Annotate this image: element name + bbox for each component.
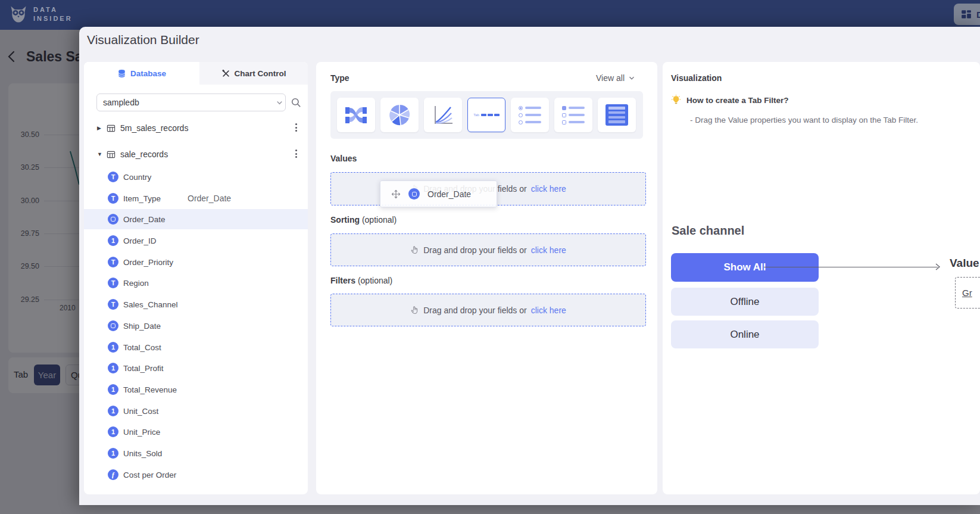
dragging-field-card[interactable]: Order_Date	[380, 180, 497, 207]
field-name: Total_Cost	[123, 343, 161, 352]
drop-hint-link[interactable]: click here	[531, 184, 566, 194]
number-type-icon: 1	[108, 426, 118, 437]
sorting-dropzone[interactable]: Drag and drop your fields or click here	[330, 233, 646, 266]
chart-type-pie[interactable]	[380, 98, 419, 132]
field-row-total-revenue[interactable]: 1Total_Revenue	[84, 379, 308, 400]
tab-chart-control[interactable]: Chart Control	[199, 62, 308, 85]
visualization-panel: Visualization How to create a Tab Filter…	[663, 62, 980, 494]
annotation-group-label[interactable]: Gr	[962, 288, 972, 298]
table-chart-icon	[606, 104, 628, 126]
kebab-menu-icon[interactable]	[295, 123, 297, 132]
drop-hint-link[interactable]: click here	[531, 245, 566, 255]
preview-title: Sale channel	[672, 224, 744, 238]
table-icon	[107, 150, 116, 159]
field-row-order-priority[interactable]: TOrder_Priority	[84, 252, 308, 272]
table-row-sale-records[interactable]: ▼ sale_records	[84, 144, 308, 164]
number-type-icon: 1	[108, 342, 118, 353]
database-panel: Database Chart Control ▶ 5m_sales_record…	[84, 62, 308, 494]
drop-hint: Drag and drop your fields or click here	[410, 306, 566, 315]
number-type-icon: 1	[108, 448, 118, 459]
hand-drag-icon	[410, 306, 419, 315]
field-row-sales-channel[interactable]: TSales_Channel	[84, 294, 308, 314]
kebab-menu-icon[interactable]	[295, 149, 297, 158]
field-row-total-cost[interactable]: 1Total_Cost	[84, 337, 308, 357]
field-row-country[interactable]: TCountry	[84, 167, 308, 187]
field-row-order-date[interactable]: Order_Date	[84, 209, 308, 229]
database-select-input[interactable]	[96, 94, 286, 111]
tab-chart-control-label: Chart Control	[235, 69, 286, 78]
chart-type-line[interactable]	[424, 98, 462, 132]
field-row-order-id[interactable]: 1Order_ID	[84, 230, 308, 251]
text-type-icon: T	[108, 193, 118, 204]
table-icon	[107, 124, 116, 133]
top-navbar: DATA INSIDER D	[0, 0, 980, 30]
field-row-ship-date[interactable]: Ship_Date	[84, 316, 308, 336]
chart-type-sankey[interactable]	[337, 98, 375, 132]
move-icon	[391, 189, 401, 199]
owl-logo-icon	[8, 4, 29, 26]
chevron-down-icon	[628, 74, 635, 82]
field-name: Sales_Channel	[123, 300, 178, 309]
table-name: 5m_sales_records	[120, 123, 188, 133]
sorting-section-label: Sorting (optional)	[330, 215, 397, 225]
number-type-icon: 1	[108, 406, 118, 416]
drop-hint: Drag and drop your fields or click here	[410, 245, 566, 255]
preview-button-offline[interactable]: Offline	[671, 288, 819, 316]
chart-type-tab-filter[interactable]: Tab	[467, 98, 505, 132]
drop-hint-text: Drag and drop your fields or	[423, 245, 527, 255]
chart-type-table[interactable]	[598, 98, 636, 132]
view-all-dropdown[interactable]: View all	[596, 73, 635, 83]
text-type-icon: T	[108, 278, 118, 288]
field-row-unit-price[interactable]: 1Unit_Price	[84, 422, 308, 442]
dashboard-icon	[961, 9, 972, 20]
preview-button-online[interactable]: Online	[671, 320, 819, 348]
brand-name: DATA INSIDER	[33, 5, 73, 23]
view-all-label: View all	[596, 73, 625, 83]
field-name: Country	[123, 173, 151, 182]
visualization-title: Visualization	[671, 73, 722, 83]
filters-dropzone[interactable]: Drag and drop your fields or click here	[330, 294, 646, 326]
tab-database-label: Database	[130, 69, 166, 78]
field-name: Units_Sold	[123, 449, 162, 458]
chart-type-checkbox-list[interactable]	[554, 98, 592, 132]
tip-body: - Drag the Value properties you want to …	[690, 116, 918, 124]
chart-type-radio-list[interactable]	[511, 98, 549, 132]
field-row-cost-per-order[interactable]: ƒCost per Order	[84, 465, 308, 485]
lightbulb-icon	[671, 95, 681, 105]
field-row-total-profit[interactable]: 1Total_Profit	[84, 358, 308, 378]
drag-source-ghost-label: Order_Date	[188, 194, 231, 203]
field-name: Item_Type	[123, 194, 161, 203]
text-type-icon: T	[108, 172, 118, 182]
caret-down-icon[interactable]: ▼	[97, 151, 103, 157]
number-type-icon: 1	[108, 384, 118, 395]
table-row-5m-sales-records[interactable]: ▶ 5m_sales_records	[84, 118, 308, 138]
field-name: Unit_Price	[123, 428, 160, 437]
field-row-region[interactable]: TRegion	[84, 273, 308, 293]
chart-config-panel: Type View all	[316, 62, 657, 494]
field-name: Cost per Order	[123, 471, 176, 479]
dragging-field-name: Order_Date	[427, 189, 471, 199]
type-section-label: Type	[330, 73, 349, 83]
chevron-down-icon[interactable]	[276, 99, 283, 107]
tab-filter-icon: Tab	[473, 113, 500, 117]
visualization-builder-modal: Visualization Builder Database Chart Con…	[79, 27, 980, 505]
radio-list-icon	[519, 106, 541, 124]
field-name: Order_Priority	[123, 258, 173, 267]
number-type-icon: 1	[108, 363, 118, 373]
date-type-icon	[408, 188, 420, 200]
field-row-unit-cost[interactable]: 1Unit_Cost	[84, 401, 308, 421]
field-name: Order_ID	[123, 236, 157, 245]
dashboard-button[interactable]: D	[954, 4, 980, 25]
annotation-value-label: Value	[950, 257, 979, 270]
tab-database[interactable]: Database	[84, 62, 199, 85]
table-name: sale_records	[120, 149, 168, 159]
drop-hint-link[interactable]: click here	[531, 306, 566, 315]
tools-icon	[221, 69, 230, 78]
search-icon[interactable]	[291, 97, 301, 108]
preview-button-show-all[interactable]: Show All	[671, 253, 819, 282]
caret-right-icon[interactable]: ▶	[97, 125, 103, 131]
field-row-units-sold[interactable]: 1Units_Sold	[84, 443, 308, 463]
date-type-icon	[108, 320, 118, 331]
function-type-icon: ƒ	[108, 469, 118, 480]
field-name: Total_Revenue	[123, 385, 177, 394]
